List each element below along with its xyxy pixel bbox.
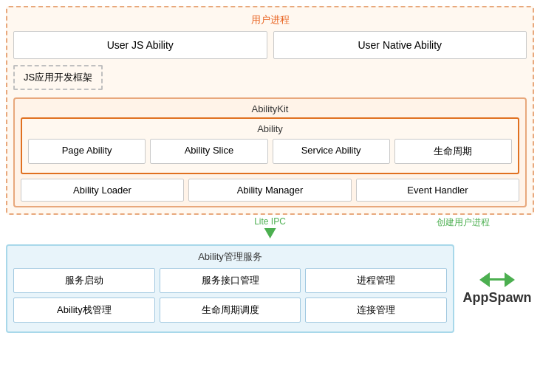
user-process-label: 用户进程: [13, 13, 527, 27]
process-management-cell: 进程管理: [305, 268, 447, 293]
service-start-cell: 服务启动: [13, 268, 155, 293]
user-js-ability-box: User JS Ability: [13, 31, 267, 59]
service-interface-cell: 服务接口管理: [160, 268, 301, 293]
connection-management-cell: 连接管理: [305, 298, 447, 323]
abilitykit-bottom-row: Ability Loader Ability Manager Event Han…: [21, 179, 519, 202]
ability-slice-cell: Ability Slice: [150, 139, 267, 164]
js-framework-box: JS应用开发框架: [13, 65, 103, 90]
ability-manager-cell: Ability Manager: [188, 179, 352, 202]
abilitykit-label: AbilityKit: [21, 103, 519, 114]
ipc-arrow-container: Lite IPC: [254, 216, 286, 238]
appspawn-container: AppSpawn: [460, 272, 534, 306]
service-ability-cell: Service Ability: [273, 139, 390, 164]
appspawn-double-arrow: [479, 272, 515, 287]
ability-label: Ability: [28, 123, 512, 134]
create-process-label: 创建用户进程: [437, 216, 490, 229]
ipc-label: Lite IPC: [254, 216, 286, 227]
lifecycle-cell: 生命周期: [394, 139, 512, 164]
arrow-down-icon: [264, 228, 276, 238]
management-bottom-row: Ability栈管理 生命周期调度 连接管理: [13, 298, 447, 323]
bottom-area: Ability管理服务 服务启动 服务接口管理 进程管理 Ability栈管理 …: [6, 244, 534, 333]
abilitykit-section: AbilityKit Ability Page Ability Ability …: [13, 97, 527, 207]
ability-box: Ability Page Ability Ability Slice Servi…: [21, 117, 519, 174]
diagram-container: 用户进程 User JS Ability User Native Ability…: [0, 0, 540, 392]
management-label: Ability管理服务: [13, 250, 447, 264]
arrow-left-icon: [479, 272, 490, 287]
management-top-row: 服务启动 服务接口管理 进程管理: [13, 268, 447, 293]
ability-stack-cell: Ability栈管理: [13, 298, 155, 323]
arrow-line: [490, 278, 505, 281]
top-ability-row: User JS Ability User Native Ability: [13, 31, 527, 59]
lifecycle-scheduling-cell: 生命周期调度: [160, 298, 301, 323]
ipc-section: Lite IPC 创建用户进程: [6, 216, 534, 243]
appspawn-label: AppSpawn: [463, 290, 532, 306]
arrow-right-icon: [505, 272, 515, 287]
user-native-ability-box: User Native Ability: [273, 31, 527, 59]
ability-loader-cell: Ability Loader: [21, 179, 184, 202]
ability-top-row: Page Ability Ability Slice Service Abili…: [28, 139, 512, 164]
event-handler-cell: Event Handler: [356, 179, 519, 202]
user-process-section: 用户进程 User JS Ability User Native Ability…: [6, 6, 534, 215]
management-section: Ability管理服务 服务启动 服务接口管理 进程管理 Ability栈管理 …: [6, 244, 454, 333]
page-ability-cell: Page Ability: [28, 139, 146, 164]
